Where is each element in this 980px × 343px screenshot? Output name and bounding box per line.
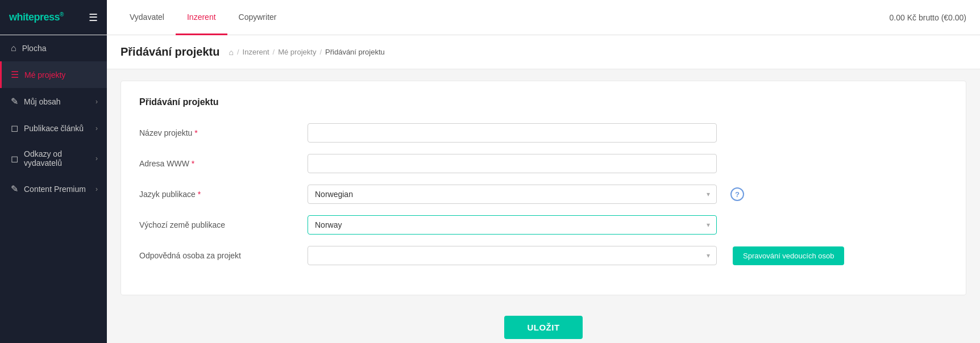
logo-reg: ® — [60, 11, 64, 18]
sidebar-item-label: Mé projekty — [24, 70, 65, 80]
balance-czk: 0.00 Kč brutto — [890, 13, 939, 22]
help-icon[interactable]: ? — [730, 187, 744, 201]
breadcrumb: ⌂ / Inzerent / Mé projekty / Přidávání p… — [229, 48, 385, 57]
tab-copywriter[interactable]: Copywriter — [227, 1, 288, 35]
breadcrumb-home-icon[interactable]: ⌂ — [229, 48, 234, 57]
form-row-nazev: Název projektu * — [139, 123, 948, 143]
premium-icon: ✎ — [11, 183, 18, 194]
chevron-right-icon: › — [95, 124, 98, 132]
link-icon: ◻ — [11, 153, 18, 164]
logo-text-accent: press — [34, 11, 60, 23]
logo-area: whitepress® ☰ — [0, 0, 107, 35]
sidebar-item-odkazy-od-vydavatelu[interactable]: ◻ Odkazy od vydavatelů › — [0, 141, 107, 175]
label-zeme-publikace: Výchozí země publikace — [139, 220, 298, 229]
sidebar-item-publikace-clanku[interactable]: ◻ Publikace článků › — [0, 115, 107, 141]
sidebar-item-label: Publikace článků — [24, 124, 84, 133]
sidebar-item-label: Plocha — [22, 44, 47, 53]
home-icon: ⌂ — [11, 43, 16, 53]
tab-inzerent[interactable]: Inzerent — [176, 1, 227, 35]
nazev-projektu-input[interactable] — [308, 123, 717, 143]
select-wrap-zeme: Norway Czech Republic Germany France Pol… — [308, 215, 717, 235]
content-area: Přidávání projektu ⌂ / Inzerent / Mé pro… — [107, 35, 980, 343]
label-jazyk-publikace: Jazyk publikace * — [139, 190, 298, 199]
sidebar-item-plocha[interactable]: ⌂ Plocha — [0, 35, 107, 61]
label-nazev-projektu: Název projektu * — [139, 128, 298, 137]
main-layout: ⌂ Plocha ☰ Mé projekty ✎ Můj obsah › ◻ P… — [0, 35, 980, 343]
form-card: Přidávání projektu Název projektu * Adre… — [121, 81, 966, 295]
input-wrap-nazev — [308, 123, 717, 143]
chevron-right-icon: › — [95, 185, 98, 193]
top-nav: whitepress® ☰ Vydavatel Inzerent Copywri… — [0, 0, 980, 35]
form-row-jazyk: Jazyk publikace * Norwegian Czech Englis… — [139, 185, 948, 204]
breadcrumb-me-projekty[interactable]: Mé projekty — [278, 48, 316, 56]
select-wrap-jazyk: Norwegian Czech English German French Po… — [308, 185, 717, 204]
tab-vydavatel[interactable]: Vydavatel — [118, 1, 176, 35]
sidebar-item-label: Odkazy od vydavatelů — [24, 149, 90, 168]
sidebar-item-content-premium[interactable]: ✎ Content Premium › — [0, 175, 107, 202]
page-header: Přidávání projektu ⌂ / Inzerent / Mé pro… — [107, 35, 980, 69]
save-button[interactable]: ULOŽIT — [504, 316, 582, 339]
manage-vedouci-button[interactable]: Spravování vedoucích osob — [733, 246, 844, 265]
form-card-title: Přidávání projektu — [139, 97, 948, 107]
breadcrumb-sep: / — [237, 48, 239, 56]
form-row-adresa: Adresa WWW * — [139, 154, 948, 173]
nav-balance: 0.00 Kč brutto (€0.00) — [890, 13, 980, 22]
balance-eur: (€0.00) — [941, 13, 966, 22]
chevron-right-icon: › — [95, 98, 98, 106]
breadcrumb-sep: / — [273, 48, 275, 56]
breadcrumb-current: Přidávání projektu — [325, 48, 385, 56]
sidebar: ⌂ Plocha ☰ Mé projekty ✎ Můj obsah › ◻ P… — [0, 35, 107, 343]
adresa-www-input[interactable] — [308, 154, 717, 173]
label-odpovedna-osoba: Odpovědná osoba za projekt — [139, 251, 298, 260]
form-row-zeme: Výchozí země publikace Norway Czech Repu… — [139, 215, 948, 235]
breadcrumb-sep: / — [319, 48, 322, 56]
doc-icon: ◻ — [11, 123, 18, 133]
chevron-right-icon: › — [95, 154, 98, 162]
list-icon: ☰ — [11, 69, 19, 80]
edit-icon: ✎ — [11, 96, 18, 107]
form-row-odpovedna: Odpovědná osoba za projekt ▾ Spravování … — [139, 246, 948, 265]
sidebar-item-me-projekty[interactable]: ☰ Mé projekty — [0, 61, 107, 88]
breadcrumb-inzerent[interactable]: Inzerent — [243, 48, 269, 56]
label-adresa-www: Adresa WWW * — [139, 159, 298, 168]
select-wrap-odpovedna: ▾ — [308, 246, 717, 265]
hamburger-icon[interactable]: ☰ — [89, 11, 98, 24]
nav-tabs: Vydavatel Inzerent Copywriter — [107, 0, 299, 35]
odpovedna-osoba-select[interactable] — [308, 246, 717, 265]
sidebar-item-label: Content Premium — [24, 185, 86, 194]
save-area: ULOŽIT — [107, 307, 980, 343]
jazyk-select[interactable]: Norwegian Czech English German French Po… — [308, 185, 717, 204]
zeme-select[interactable]: Norway Czech Republic Germany France Pol… — [308, 215, 717, 235]
logo-text-white: white — [9, 11, 34, 23]
input-wrap-adresa — [308, 154, 717, 173]
page-title: Přidávání projektu — [121, 45, 220, 58]
sidebar-item-label: Můj obsah — [24, 97, 61, 106]
logo: whitepress® — [9, 11, 64, 23]
sidebar-item-muj-obsah[interactable]: ✎ Můj obsah › — [0, 88, 107, 115]
